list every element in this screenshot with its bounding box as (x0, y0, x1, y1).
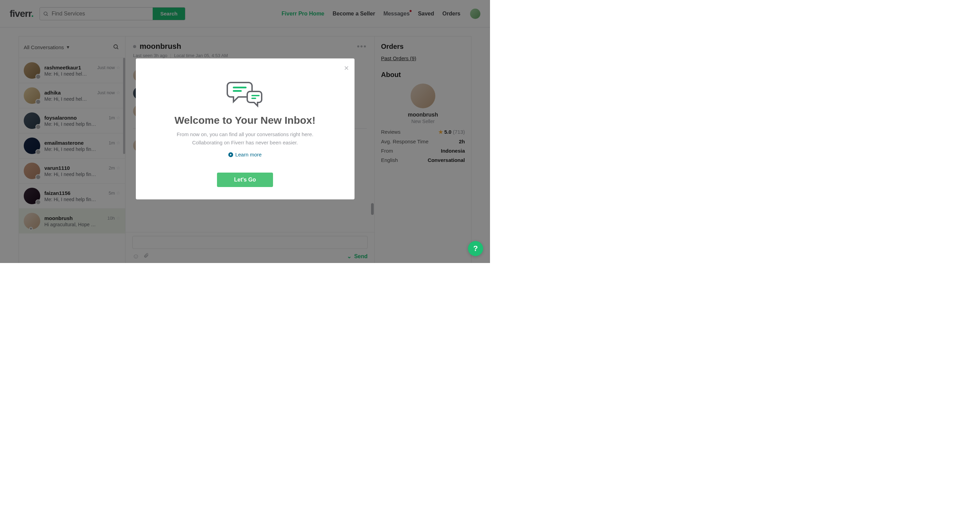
lets-go-button[interactable]: Let's Go (217, 173, 273, 187)
modal-title: Welcome to Your New Inbox! (150, 114, 341, 126)
svg-rect-5 (233, 90, 242, 92)
svg-rect-6 (251, 95, 259, 96)
chat-bubbles-icon (150, 78, 341, 110)
modal-overlay[interactable]: × Welcome to Your New Inbox! From now on… (0, 0, 490, 263)
close-icon[interactable]: × (344, 63, 349, 73)
learn-more-link[interactable]: Learn more (228, 152, 262, 157)
play-icon (228, 152, 233, 157)
svg-rect-4 (233, 87, 247, 88)
modal-body: From now on, you can find all your conve… (150, 130, 341, 147)
welcome-modal: × Welcome to Your New Inbox! From now on… (136, 59, 355, 199)
svg-rect-7 (251, 98, 256, 99)
help-button[interactable]: ? (468, 241, 483, 256)
